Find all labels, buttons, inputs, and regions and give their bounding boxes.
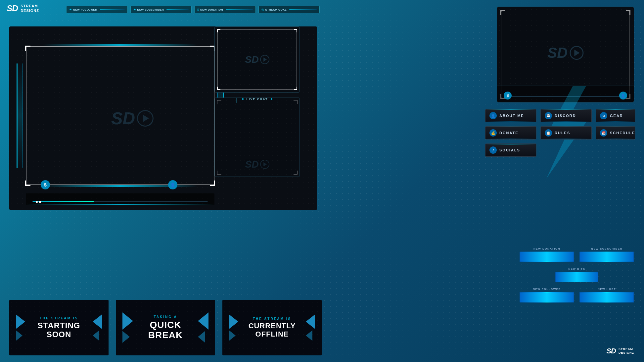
alert-bar-subscriber-visual	[579, 252, 634, 262]
overlay-starting-soon: THE STREAM IS STARTINGSOON	[9, 300, 109, 355]
btn-gear-icon: ⚙	[600, 112, 607, 119]
right-panel-bottom: $ 👤	[497, 86, 634, 102]
chat-corner-tl	[217, 100, 221, 104]
overlay1-main-label: STARTINGSOON	[38, 321, 80, 339]
small-play-triangle	[263, 58, 267, 61]
small-frame-corner-tr	[294, 29, 297, 32]
webcam-side-bar-left	[17, 63, 23, 168]
alert-bar-new-host: NEW HOST	[579, 288, 634, 302]
alert-bar-new-subscriber: NEW SUBSCRIBER	[579, 247, 634, 262]
chat-corner-bl	[217, 171, 221, 175]
chat-play-triangle	[263, 162, 267, 166]
btn-schedule[interactable]: 📅 SCHEDULE	[596, 126, 635, 140]
frame-corner-br	[210, 181, 215, 186]
alert-bar-host-label: NEW HOST	[579, 288, 634, 291]
overlay2-text: TAKING A QUICKBREAK	[148, 315, 183, 341]
arrow3-left-2	[229, 330, 236, 341]
small-sd-text: SD	[245, 54, 259, 65]
btn-donate[interactable]: 💰 DONATE	[485, 126, 536, 140]
btn-gear[interactable]: ⚙ GEAR	[596, 109, 635, 122]
alert-bar-follower-visual	[520, 292, 574, 302]
small-webcam-panel: SD	[214, 26, 300, 93]
bottom-bar-fill	[32, 201, 94, 202]
small-frame-corner-bl	[217, 87, 220, 90]
btn-rules-label: RULES	[555, 131, 570, 135]
btn-socials[interactable]: ↗ SOCIALS	[485, 143, 536, 157]
arrow3-right-1	[306, 314, 315, 329]
bottom-bar-progress	[32, 201, 208, 202]
btn-discord[interactable]: 💬 DISCORD	[540, 109, 592, 122]
frame-corner-bl	[25, 181, 30, 186]
bottom-logo-line1: STREAM	[619, 347, 634, 351]
btn-gear-label: GEAR	[610, 114, 623, 118]
bottom-logo-line2: DESIGNZ	[619, 351, 634, 355]
btn-donate-icon: 💰	[489, 129, 497, 137]
right-panel-sd-logo: SD	[547, 45, 583, 61]
small-frame-corner-tl	[217, 29, 220, 32]
page-content: SD STREAM DESIGNZ ★ NEW FOLLOWER ★ NEW S…	[0, 0, 644, 362]
main-area-sd-logo: SD	[111, 108, 154, 128]
chat-play-icon	[260, 160, 269, 169]
screen-overlays: THE STREAM IS STARTINGSOON TAKING A QU	[9, 300, 322, 355]
small-frame-corner-br	[294, 87, 297, 90]
alert-goal: ◎ STREAM GOAL	[258, 6, 320, 13]
live-chat-label: LIVE CHAT	[247, 98, 268, 101]
alert-subscriber-bar	[166, 9, 189, 10]
overlay1-arrow-right	[93, 314, 102, 341]
bottom-logo-text-block: STREAM DESIGNZ	[619, 347, 634, 355]
alert-follower: ★ NEW FOLLOWER	[66, 6, 128, 13]
btn-about-me[interactable]: 👤 ABOUT ME	[485, 109, 536, 122]
alert-bars-section: NEW DONATION NEW SUBSCRIBER NEW BITS NEW…	[520, 247, 634, 302]
main-bottom-bar	[26, 193, 214, 205]
alert-follower-bar	[100, 9, 125, 10]
overlay1-sub-label: THE STREAM IS	[38, 316, 80, 320]
overlay-offline: THE STREAM IS CURRENTLYOFFLINE	[222, 300, 322, 355]
alert-bar-donation-visual	[520, 252, 574, 262]
alert-goal-icon: ◎	[261, 8, 264, 11]
live-chat-panel: LIVE CHAT SD	[214, 98, 300, 177]
arrow3-right-2	[306, 330, 312, 341]
btn-discord-label: DISCORD	[555, 114, 576, 118]
arrow1-left-1	[16, 314, 25, 329]
overlay2-sub-label: TAKING A	[148, 315, 183, 319]
btn-donate-label: DONATE	[499, 131, 519, 135]
alert-bar-follower-label: NEW FOLLOWER	[520, 288, 574, 291]
right-panel-bottom-bar	[504, 96, 627, 97]
alert-bar-group-3: NEW FOLLOWER NEW HOST	[520, 288, 634, 302]
alert-goal-bar	[289, 9, 317, 10]
overlay3-arrow-right	[306, 314, 315, 341]
alert-goal-label: STREAM GOAL	[265, 8, 287, 11]
alert-subscriber-icon: ★	[133, 8, 136, 11]
bottom-bar-dot1	[36, 201, 38, 203]
arrow3-left-1	[229, 314, 238, 329]
arrow1-left-2	[16, 330, 23, 341]
alert-bar-group-1: NEW DONATION NEW SUBSCRIBER	[520, 247, 634, 262]
btn-rules[interactable]: 📋 RULES	[540, 126, 592, 140]
alert-donation-label: NEW DONATION	[200, 8, 223, 11]
overlay1-arrow-left	[16, 314, 25, 341]
alert-subscriber: ★ NEW SUBSCRIBER	[130, 6, 192, 13]
overlay3-text: THE STREAM IS CURRENTLYOFFLINE	[249, 317, 296, 338]
frame-corner-tl	[25, 46, 30, 51]
alert-bar-new-follower: NEW FOLLOWER	[520, 288, 574, 302]
main-sd-text: SD	[111, 108, 135, 128]
alert-bar-new-bits: NEW BITS	[550, 267, 604, 282]
panel-buttons: 👤 ABOUT ME 💬 DISCORD ⚙ GEAR 💰 DONATE 📋 R…	[485, 109, 634, 157]
alert-donation-bar	[226, 9, 253, 10]
right-play-triangle	[575, 50, 580, 56]
arrow1-right-1	[93, 314, 102, 329]
right-play-icon	[570, 46, 583, 60]
chat-sd-text: SD	[245, 159, 259, 170]
arrow2-left-1	[122, 312, 133, 330]
btn-schedule-icon: 📅	[600, 129, 607, 137]
logo-sd-text: SD	[7, 3, 18, 14]
overlay3-arrow-left	[229, 314, 238, 341]
overlay2-main-label: QUICKBREAK	[148, 320, 183, 341]
top-alert-bar: ★ NEW FOLLOWER ★ NEW SUBSCRIBER $ NEW DO…	[66, 6, 320, 13]
overlay2-arrow-left	[122, 312, 133, 343]
overlay1-text: THE STREAM IS STARTINGSOON	[38, 316, 80, 339]
chat-dot-right	[271, 98, 272, 100]
overlay3-sub-label: THE STREAM IS	[249, 317, 296, 321]
logo-line1: STREAM	[21, 4, 39, 8]
arrow1-right-2	[93, 330, 99, 341]
